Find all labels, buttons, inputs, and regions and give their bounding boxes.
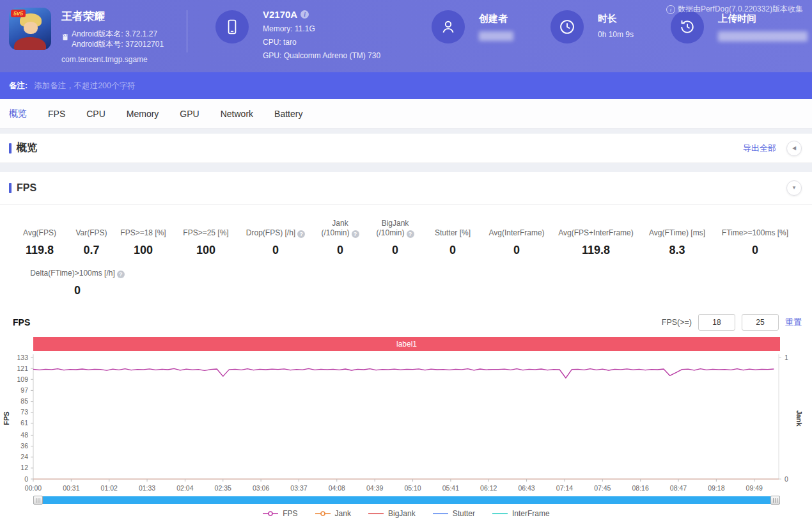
help-icon[interactable]: ?	[297, 230, 305, 238]
report-header: i 数据由PerfDog(7.0.220332)版本收集 5v5 王者荣耀 An…	[0, 0, 812, 72]
duration-label: 时长	[598, 13, 634, 25]
game-app-icon: 5v5	[9, 8, 51, 50]
scrollbar-left-handle[interactable]	[33, 496, 43, 505]
svg-text:09:18: 09:18	[708, 484, 724, 492]
fps-threshold-low-input[interactable]	[698, 314, 735, 331]
section-tabs: 概览FPSCPUMemoryGPUNetworkBattery	[0, 99, 812, 129]
metric-avg-fps-interframe-: Avg(FPS+InterFrame)119.8	[551, 228, 641, 257]
android-version-name: Android版本名: 3.72.1.27	[72, 29, 164, 39]
collapse-left-button[interactable]: ◀	[786, 141, 802, 156]
svg-text:1: 1	[785, 354, 788, 361]
svg-text:85: 85	[20, 397, 28, 405]
scrollbar-right-handle[interactable]	[770, 496, 780, 505]
svg-text:0: 0	[785, 475, 788, 483]
legend-label: BigJank	[388, 509, 416, 518]
metric-avg-fps-: Avg(FPS)119.8	[9, 228, 70, 257]
metric-value: 0	[482, 244, 551, 257]
fps-metrics-row: Avg(FPS)119.8Var(FPS)0.7FPS>=18 [%]100FP…	[0, 205, 812, 257]
scrollbar-track[interactable]	[33, 496, 780, 504]
legend-label: FPS	[283, 509, 297, 518]
phone-icon	[215, 10, 249, 43]
svg-text:121: 121	[17, 365, 28, 372]
svg-text:08:47: 08:47	[670, 484, 687, 492]
tab-FPS[interactable]: FPS	[48, 109, 65, 119]
source-note-text: 数据由PerfDog(7.0.220332)版本收集	[678, 4, 803, 15]
help-icon[interactable]: ?	[352, 230, 359, 238]
user-icon	[432, 10, 465, 43]
svg-text:02:04: 02:04	[176, 484, 193, 492]
export-all-link[interactable]: 导出全部	[743, 143, 776, 154]
svg-text:06:43: 06:43	[518, 484, 535, 492]
metric-value: 119.8	[551, 244, 641, 257]
app-title: 王者荣耀	[61, 9, 164, 24]
collapse-left-icon: ◀	[792, 145, 796, 151]
collapse-down-icon: ▼	[792, 185, 797, 191]
header-divider	[187, 10, 187, 52]
tab-CPU[interactable]: CPU	[86, 109, 105, 119]
legend-item-interframe[interactable]: InterFrame	[492, 509, 550, 518]
legend-marker	[315, 510, 331, 517]
tab-GPU[interactable]: GPU	[180, 109, 199, 119]
svg-text:02:35: 02:35	[215, 484, 231, 492]
device-cpu: CPU: taro	[263, 38, 380, 47]
svg-text:Jank: Jank	[795, 410, 803, 427]
help-icon[interactable]: ?	[407, 230, 414, 238]
metric-value: 0	[238, 244, 313, 257]
device-gpu: GPU: Qualcomm Adreno (TM) 730	[263, 51, 380, 60]
duration-block: 时长 0h 10m 9s	[550, 6, 634, 43]
legend-item-bigjank[interactable]: BigJank	[368, 509, 416, 518]
svg-text:04:39: 04:39	[366, 484, 383, 492]
svg-text:04:08: 04:08	[329, 484, 345, 492]
metric-value: 100	[113, 244, 174, 257]
fps-metrics-row-2: Delta(FTime)>100ms [/h]?0	[0, 257, 812, 297]
tab-Battery[interactable]: Battery	[274, 109, 302, 119]
help-icon[interactable]: ?	[117, 271, 125, 278]
duration-value: 0h 10m 9s	[598, 30, 634, 39]
metric-value: 0	[423, 244, 482, 257]
metric-delta-ftime-100ms-h-: Delta(FTime)>100ms [/h]?0	[23, 269, 132, 297]
svg-text:07:45: 07:45	[594, 484, 611, 492]
svg-text:00:31: 00:31	[63, 484, 79, 492]
legend-marker	[432, 510, 449, 517]
legend-marker	[262, 510, 279, 517]
device-info-block: V2170A i Memory: 11.1G CPU: taro GPU: Qu…	[215, 6, 405, 60]
metric-fps-25-: FPS>=25 [%]100	[174, 228, 238, 257]
svg-text:05:10: 05:10	[404, 484, 421, 492]
history-clock-icon	[671, 10, 704, 43]
svg-text:73: 73	[20, 408, 28, 416]
metric-avg-interframe-: Avg(InterFrame)0	[482, 228, 551, 257]
metric-drop-fps-h-: Drop(FPS) [/h]?0	[238, 228, 313, 257]
svg-text:FPS: FPS	[3, 411, 10, 425]
fps-line-chart[interactable]: 133121109978573614836241201000:0000:3101…	[0, 351, 812, 494]
fps-section: FPS ▼ Avg(FPS)119.8Var(FPS)0.7FPS>=18 [%…	[0, 172, 812, 527]
svg-text:07:14: 07:14	[556, 484, 573, 492]
creator-value-redacted	[479, 31, 513, 41]
creator-label: 创建者	[479, 13, 513, 25]
collapse-down-button[interactable]: ▼	[786, 180, 802, 196]
svg-text:06:12: 06:12	[480, 484, 497, 492]
app-package-name: com.tencent.tmgp.sgame	[61, 55, 164, 64]
section-gap	[0, 163, 812, 172]
legend-item-stutter[interactable]: Stutter	[432, 509, 475, 518]
svg-text:12: 12	[20, 464, 28, 471]
fps-threshold-high-input[interactable]	[742, 314, 779, 331]
svg-text:03:06: 03:06	[253, 484, 269, 492]
chart-label-banner: label1	[33, 337, 780, 351]
creator-block: 创建者	[432, 6, 513, 43]
title-accent-bar	[9, 183, 12, 193]
reset-link[interactable]: 重置	[785, 317, 802, 328]
tab-Network[interactable]: Network	[221, 109, 253, 119]
legend-item-fps[interactable]: FPS	[262, 509, 297, 518]
svg-text:01:02: 01:02	[101, 484, 118, 492]
metric-value: 100	[174, 244, 238, 257]
tab-Memory[interactable]: Memory	[127, 109, 159, 119]
chart-zoom-scrollbar	[33, 496, 780, 505]
title-accent-bar	[9, 143, 12, 153]
tab-概览[interactable]: 概览	[9, 108, 27, 120]
chart-legend: FPSJankBigJankStutterInterFrame	[0, 509, 812, 518]
metric-value: 0.7	[70, 244, 113, 257]
overview-section: 概览 导出全部 ◀	[0, 134, 812, 163]
legend-item-jank[interactable]: Jank	[315, 509, 351, 518]
device-info-icon[interactable]: i	[301, 10, 309, 19]
note-input[interactable]	[33, 81, 799, 91]
